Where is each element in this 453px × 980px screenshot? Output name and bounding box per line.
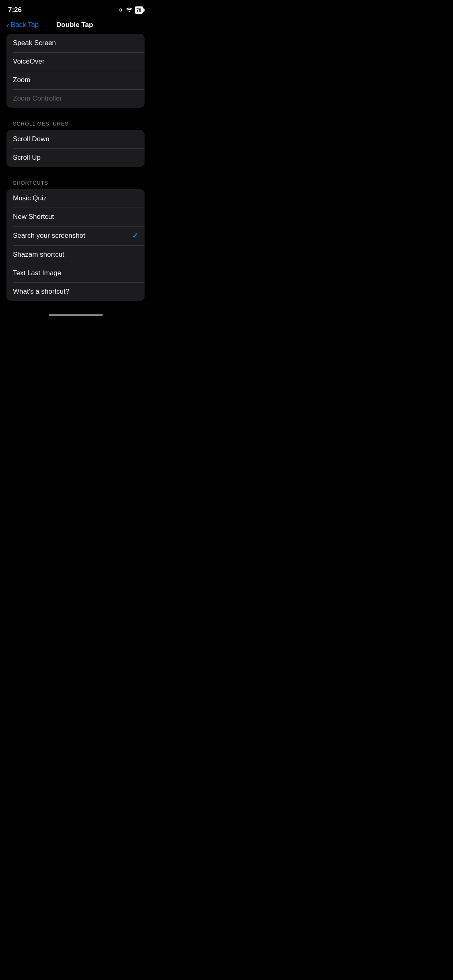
item-label: Text Last Image	[13, 269, 61, 277]
search-screenshot-item[interactable]: Search your screenshot ✓	[6, 226, 145, 245]
status-icons: ✈ 78	[119, 6, 143, 14]
item-label: Speak Screen	[13, 39, 56, 47]
airplane-icon: ✈	[119, 7, 124, 13]
back-label: Back Tap	[11, 21, 39, 29]
checkmark-icon: ✓	[132, 231, 138, 240]
list-item[interactable]: Zoom	[6, 71, 145, 89]
list-item[interactable]: Zoom Controller	[6, 89, 145, 108]
list-item[interactable]: Speak Screen	[6, 34, 145, 52]
item-label: Music Quiz	[13, 194, 47, 202]
nav-bar: ‹ Back Tap Double Tap	[0, 18, 151, 34]
list-item[interactable]: VoiceOver	[6, 52, 145, 71]
list-item[interactable]: Shazam shortcut	[6, 245, 145, 264]
item-label: VoiceOver	[13, 58, 44, 66]
item-label-disabled: Zoom Controller	[13, 95, 62, 103]
item-label: New Shortcut	[13, 213, 54, 221]
shortcuts-group: Music Quiz New Shortcut Search your scre…	[6, 189, 145, 301]
item-label: Zoom	[13, 76, 30, 84]
list-item[interactable]: What's a shortcut?	[6, 282, 145, 301]
item-label: Scroll Down	[13, 135, 50, 143]
back-button[interactable]: ‹ Back Tap	[6, 21, 39, 29]
list-item[interactable]: Scroll Down	[6, 130, 145, 148]
content: Speak Screen VoiceOver Zoom Zoom Control…	[0, 34, 151, 301]
item-label: Shazam shortcut	[13, 251, 64, 259]
list-item[interactable]: Text Last Image	[6, 264, 145, 282]
item-label: Search your screenshot	[13, 232, 85, 240]
home-indicator	[0, 304, 151, 319]
list-item[interactable]: Scroll Up	[6, 148, 145, 167]
status-bar: 7:26 ✈ 78	[0, 0, 151, 18]
status-time: 7:26	[8, 6, 22, 14]
home-bar	[49, 314, 103, 316]
battery-icon: 78	[135, 6, 143, 14]
scroll-gestures-header: Scroll Gestures	[6, 111, 145, 130]
shortcuts-header: Shortcuts	[6, 170, 145, 189]
list-item[interactable]: New Shortcut	[6, 208, 145, 226]
svg-point-0	[128, 11, 130, 12]
back-chevron-icon: ‹	[6, 21, 9, 29]
item-label: Scroll Up	[13, 154, 41, 162]
accessibility-group: Speak Screen VoiceOver Zoom Zoom Control…	[6, 34, 145, 108]
scroll-gestures-group: Scroll Down Scroll Up	[6, 130, 145, 167]
list-item[interactable]: Music Quiz	[6, 189, 145, 208]
item-label: What's a shortcut?	[13, 288, 69, 296]
nav-title: Double Tap	[56, 21, 93, 29]
wifi-icon	[126, 7, 132, 13]
